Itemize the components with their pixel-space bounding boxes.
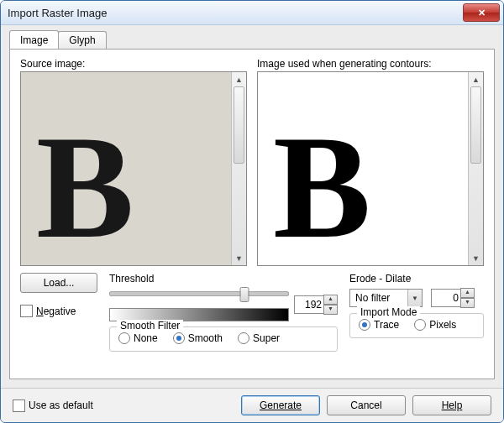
source-glyph: B (36, 114, 134, 261)
source-scrollbar[interactable]: ▲ ▼ (231, 72, 246, 265)
radio-super[interactable]: Super (238, 332, 280, 344)
tab-image[interactable]: Image (9, 30, 59, 49)
contour-panel: Image used when generating contours: B ▲… (257, 58, 484, 266)
cancel-button[interactable]: Cancel (327, 395, 406, 415)
scroll-thumb[interactable] (234, 86, 244, 164)
contour-image-view[interactable]: B (258, 72, 468, 265)
radio-trace[interactable]: Trace (359, 319, 399, 331)
contour-image-box: B ▲ ▼ (257, 71, 484, 266)
import-mode-group: Import Mode Trace Pixels (349, 313, 484, 338)
chevron-down-icon: ▼ (407, 290, 422, 306)
dialog-buttons: Use as default Generate Cancel Help (1, 388, 503, 422)
erode-amount-input[interactable] (431, 289, 461, 307)
erode-label: Erode - Dilate (349, 273, 484, 285)
use-as-default-checkbox[interactable]: Use as default (13, 400, 93, 412)
tab-image-label: Image (20, 34, 48, 46)
radio-icon (118, 332, 130, 344)
threshold-row: ▲ ▼ (109, 288, 338, 321)
smooth-filter-label: Smooth Filter (117, 320, 183, 332)
import-mode-label: Import Mode (357, 306, 420, 318)
threshold-spinner[interactable]: ▲ ▼ (294, 295, 338, 315)
smooth-filter-group: Smooth Filter None Smooth Super (109, 326, 338, 352)
spin-up-icon[interactable]: ▲ (323, 295, 338, 305)
client-area: Image Glyph Source image: B ▲ ▼ (1, 25, 503, 388)
generate-button[interactable]: Generate (241, 395, 320, 415)
source-image-view[interactable]: B (21, 72, 231, 265)
load-button[interactable]: Load... (20, 273, 97, 293)
source-panel: Source image: B ▲ ▼ (20, 58, 247, 266)
checkbox-icon (13, 400, 25, 412)
erode-amount-spinner[interactable]: ▲ ▼ (431, 288, 475, 308)
scroll-up-icon[interactable]: ▲ (232, 72, 246, 86)
close-icon: ✕ (478, 8, 486, 18)
threshold-input[interactable] (294, 295, 324, 314)
tabpage-image: Source image: B ▲ ▼ Image (9, 49, 495, 379)
tab-strip: Image Glyph (9, 30, 495, 49)
mid-controls: Threshold ▲ (109, 273, 338, 352)
scroll-down-icon[interactable]: ▼ (232, 251, 246, 265)
slider-thumb-icon[interactable] (239, 287, 249, 302)
window-title: Import Raster Image (8, 7, 463, 19)
erode-filter-value: No filter (350, 292, 407, 304)
help-button[interactable]: Help (412, 395, 491, 415)
tab-glyph-label: Glyph (69, 34, 95, 46)
scroll-up-icon[interactable]: ▲ (469, 72, 483, 86)
negative-checkbox[interactable]: Negative (20, 305, 97, 317)
scroll-down-icon[interactable]: ▼ (469, 251, 483, 265)
spin-up-icon[interactable]: ▲ (460, 288, 475, 298)
radio-icon (414, 319, 426, 331)
checkbox-icon (20, 305, 33, 317)
right-controls: Erode - Dilate No filter ▼ ▲ ▼ (349, 273, 484, 338)
spin-down-icon[interactable]: ▼ (460, 298, 475, 308)
radio-icon (238, 332, 249, 344)
spin-down-icon[interactable]: ▼ (323, 305, 338, 315)
controls-row: Load... Negative Threshold (20, 273, 484, 352)
titlebar: Import Raster Image ✕ (1, 1, 503, 25)
radio-none[interactable]: None (118, 332, 158, 344)
threshold-slider[interactable] (109, 288, 289, 306)
image-row: Source image: B ▲ ▼ Image (20, 58, 484, 266)
close-button[interactable]: ✕ (463, 3, 500, 22)
contour-label: Image used when generating contours: (257, 58, 484, 70)
contour-scrollbar[interactable]: ▲ ▼ (468, 72, 483, 265)
source-label: Source image: (20, 58, 247, 70)
erode-filter-combo[interactable]: No filter ▼ (349, 289, 423, 307)
radio-pixels[interactable]: Pixels (414, 319, 456, 331)
threshold-label: Threshold (109, 273, 338, 285)
dialog-window: Import Raster Image ✕ Image Glyph Source… (0, 0, 504, 423)
radio-icon (359, 319, 370, 331)
left-controls: Load... Negative (20, 273, 97, 317)
tab-glyph[interactable]: Glyph (58, 31, 106, 49)
radio-icon (173, 332, 185, 344)
source-image-box: B ▲ ▼ (20, 71, 247, 266)
contour-glyph: B (273, 114, 371, 261)
radio-smooth[interactable]: Smooth (173, 332, 223, 344)
scroll-thumb[interactable] (470, 86, 481, 164)
